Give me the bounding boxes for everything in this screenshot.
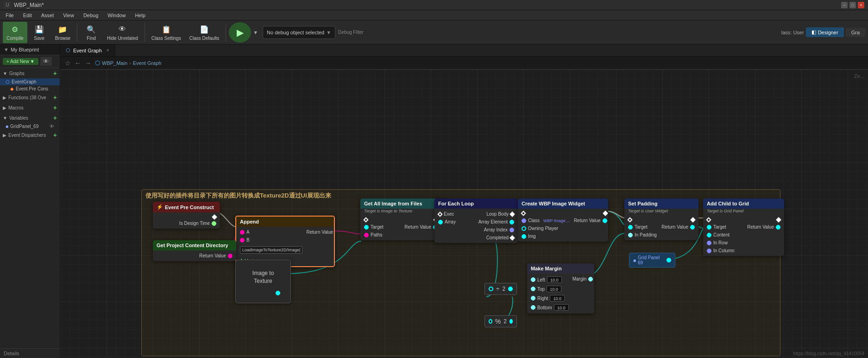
save-button[interactable]: 💾 Save [28, 22, 50, 43]
pin-a[interactable]: A [240, 230, 302, 235]
compile-button[interactable]: ⚙ Compile [3, 22, 27, 43]
menu-file[interactable]: File [2, 12, 18, 19]
event-graph-item[interactable]: ⬡ EventGraph [0, 78, 60, 85]
is-design-time-pin[interactable]: Is Design Time [157, 221, 216, 226]
exec-in-sp[interactable] [628, 218, 657, 222]
functions-header[interactable]: ▶ Functions (38 Ove + [0, 92, 60, 102]
grid-panel-variable[interactable]: ■ GridPanel_69 👁 [0, 123, 60, 130]
debug-dropdown-arrow[interactable]: ▼ [253, 30, 258, 35]
return-value-pin[interactable]: Return Value [306, 230, 335, 235]
get-project-content-dir-node[interactable]: Get Project Content Directory Return Val… [153, 240, 236, 261]
exec-in-pin-gai[interactable] [364, 218, 384, 222]
event-pre-cons-item[interactable]: ◆ Event Pre Cons [0, 85, 60, 92]
add-new-button[interactable]: + Add New ▼ [3, 58, 38, 65]
exec-out-ac[interactable] [777, 218, 780, 222]
top-margin-pin[interactable]: Top 10.0 [531, 286, 569, 292]
designer-tab[interactable]: ◧ Designer [806, 27, 844, 37]
exec-out-sp[interactable] [691, 218, 695, 222]
right-value[interactable]: 10.0 [550, 295, 565, 301]
left-value[interactable]: 10.0 [547, 276, 562, 283]
my-blueprint-header[interactable]: ▼ My Blueprint [0, 45, 60, 55]
functions-add[interactable]: + [53, 94, 57, 101]
class-defaults-button[interactable]: 📄 Class Defaults [186, 22, 223, 43]
hide-unrelated-button[interactable]: 👁 Hide Unrelated [103, 22, 142, 43]
minimize-btn[interactable]: − [841, 2, 848, 8]
pin-b-row[interactable]: B [240, 237, 302, 243]
index-node-2[interactable]: % 2 [484, 315, 517, 327]
maximize-btn[interactable]: □ [849, 2, 856, 8]
loop-body-fe[interactable]: Loop Body [486, 211, 514, 217]
right-margin-pin[interactable]: Right 10.0 [531, 295, 569, 301]
for-each-loop-node[interactable]: For Each Loop Exec Array [434, 198, 518, 243]
array-index-fe[interactable]: Array Index [484, 227, 514, 232]
in-padding-sp-pin[interactable]: In Padding [628, 232, 657, 237]
macros-add[interactable]: + [53, 104, 57, 111]
set-padding-node[interactable]: Set Padding Target is User Widget Target [624, 198, 698, 240]
play-button[interactable]: ▶ [229, 22, 251, 43]
in-row-ac-pin[interactable]: In Row [707, 240, 735, 245]
top-value[interactable]: 10.0 [547, 286, 561, 292]
img-pin-cw[interactable]: Img [522, 234, 570, 239]
menu-debug[interactable]: Debug [80, 12, 102, 19]
event-graph-tab[interactable]: ⬡ Event Graph × [60, 45, 115, 56]
event-dispatchers-add[interactable]: + [53, 131, 57, 139]
exec-in-fe[interactable]: Exec [438, 211, 456, 217]
menu-view[interactable]: View [59, 12, 78, 19]
event-dispatchers-header[interactable]: ▶ Event Dispatchers + [0, 130, 60, 140]
visibility-button[interactable]: 👁 [40, 57, 52, 66]
owning-player-pin[interactable]: Owning Player [522, 226, 570, 231]
exec-in-ac[interactable] [707, 218, 735, 222]
paths-pin-gai[interactable]: Paths [364, 232, 384, 237]
close-btn[interactable]: × [858, 2, 864, 8]
target-pin-gai[interactable]: Target [364, 224, 384, 230]
class-settings-button[interactable]: 📋 Class Settings [148, 22, 185, 43]
image-to-texture-node[interactable]: Image to Texture [235, 260, 291, 303]
blueprint-canvas[interactable]: 使用写好的插件将目录下所有的图片转换成Texture2D通过UI展现出来 ⚡ E… [60, 70, 868, 358]
graphs-header[interactable]: ▼ Graphs + [0, 68, 60, 78]
variables-add[interactable]: + [53, 114, 57, 121]
array-in-fe[interactable]: Array [438, 219, 456, 224]
exec-out-cw[interactable] [604, 211, 607, 215]
in-col-ac-pin[interactable]: In Column [707, 248, 735, 253]
browse-button[interactable]: 📁 Browse [51, 22, 74, 43]
target-ac-pin[interactable]: Target [707, 224, 735, 230]
make-margin-node[interactable]: Make Margin Left 10.0 Top 10.0 [527, 263, 594, 313]
graphs-add[interactable]: + [53, 70, 57, 77]
index-node-1[interactable]: ÷ 2 [484, 283, 517, 295]
back-icon[interactable]: ← [75, 59, 81, 67]
margin-out-pin[interactable]: Margin [572, 276, 593, 281]
grid-panel-variable-node[interactable]: ■ Grid Panel 69 [629, 253, 675, 268]
macros-header[interactable]: ▶ Macros + [0, 102, 60, 113]
bottom-value[interactable]: 10.0 [554, 304, 569, 311]
left-margin-pin[interactable]: Left 10.0 [531, 276, 569, 283]
menu-window[interactable]: Window [104, 12, 129, 19]
get-all-image-node[interactable]: Get All Image from Files Target is Image… [360, 198, 441, 240]
return-value-pin-dir[interactable]: Return Value [199, 253, 233, 258]
variables-header[interactable]: ▼ Variables + [0, 113, 60, 123]
return-ac[interactable]: Return Value [747, 224, 780, 230]
menu-help[interactable]: Help [131, 12, 149, 19]
return-cw[interactable]: Return Value [574, 218, 607, 223]
exec-out-pin[interactable] [157, 215, 216, 219]
exec-in-cw[interactable] [522, 211, 570, 215]
return-sp[interactable]: Return Value [661, 224, 695, 230]
array-element-fe[interactable]: Array Element [478, 219, 514, 224]
blueprint-name-breadcrumb[interactable]: WBP_Main [102, 60, 127, 66]
b-value[interactable]: LoadImageToTexture2D/Image| [240, 246, 302, 254]
completed-fe[interactable]: Completed [486, 235, 514, 240]
add-child-to-grid-node[interactable]: Add Child to Grid Target is Grid Panel T… [703, 198, 784, 256]
graph-name-breadcrumb[interactable]: Event Graph [133, 60, 162, 66]
return-gai[interactable]: Return Value [404, 224, 438, 230]
menu-edit[interactable]: Edit [19, 12, 36, 19]
create-wbp-image-widget-node[interactable]: Create WBP Image Widget Class WBP Image … [518, 198, 608, 242]
menu-asset[interactable]: Asset [38, 12, 58, 19]
target-sp-pin[interactable]: Target [628, 224, 657, 230]
forward-icon[interactable]: → [85, 59, 91, 67]
star-icon[interactable]: ☆ [65, 59, 71, 67]
event-pre-construct-node[interactable]: ⚡ Event Pre Construct Is Design Time [153, 202, 220, 229]
class-pin-cw[interactable]: Class WBP Image ... [522, 218, 570, 223]
bottom-margin-pin[interactable]: Bottom 10.0 [531, 304, 569, 311]
debug-filter[interactable]: No debug object selected ▼ [263, 26, 335, 39]
content-ac-pin[interactable]: Content [707, 232, 735, 237]
find-button[interactable]: 🔍 Find [80, 22, 102, 43]
